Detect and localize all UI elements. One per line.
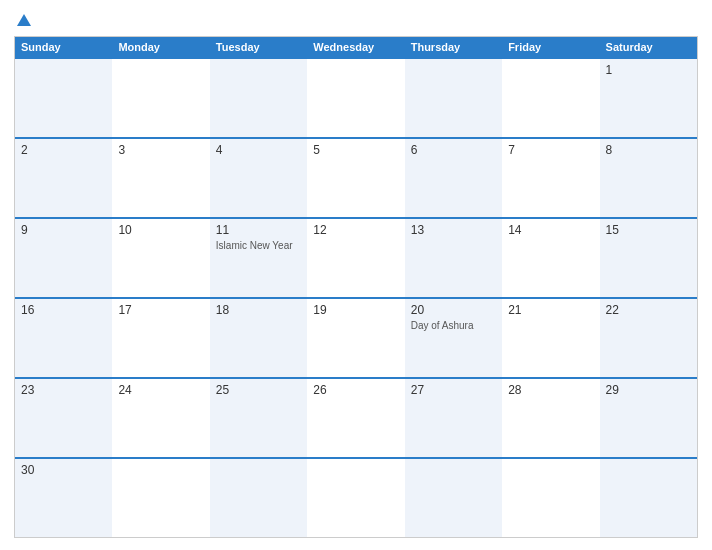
calendar-cell bbox=[502, 59, 599, 137]
calendar-cell: 8 bbox=[600, 139, 697, 217]
day-number: 19 bbox=[313, 303, 398, 317]
calendar-cell: 18 bbox=[210, 299, 307, 377]
calendar-cell bbox=[405, 59, 502, 137]
day-number: 22 bbox=[606, 303, 691, 317]
calendar-cell: 16 bbox=[15, 299, 112, 377]
day-number: 17 bbox=[118, 303, 203, 317]
day-number: 29 bbox=[606, 383, 691, 397]
day-number: 3 bbox=[118, 143, 203, 157]
calendar-cell: 21 bbox=[502, 299, 599, 377]
calendar-cell: 13 bbox=[405, 219, 502, 297]
calendar-cell: 11Islamic New Year bbox=[210, 219, 307, 297]
calendar-cell: 29 bbox=[600, 379, 697, 457]
day-number: 18 bbox=[216, 303, 301, 317]
calendar-cell: 2 bbox=[15, 139, 112, 217]
day-number: 27 bbox=[411, 383, 496, 397]
day-number: 9 bbox=[21, 223, 106, 237]
day-number: 6 bbox=[411, 143, 496, 157]
day-number: 10 bbox=[118, 223, 203, 237]
calendar-cell: 19 bbox=[307, 299, 404, 377]
day-number: 28 bbox=[508, 383, 593, 397]
calendar-week-4: 1617181920Day of Ashura2122 bbox=[15, 297, 697, 377]
day-number: 12 bbox=[313, 223, 398, 237]
calendar-cell: 24 bbox=[112, 379, 209, 457]
calendar-cell: 25 bbox=[210, 379, 307, 457]
day-number: 23 bbox=[21, 383, 106, 397]
day-number: 25 bbox=[216, 383, 301, 397]
calendar-cell: 3 bbox=[112, 139, 209, 217]
calendar-cell bbox=[405, 459, 502, 537]
day-header-thursday: Thursday bbox=[405, 37, 502, 57]
header bbox=[14, 12, 698, 30]
day-number: 4 bbox=[216, 143, 301, 157]
calendar-page: SundayMondayTuesdayWednesdayThursdayFrid… bbox=[0, 0, 712, 550]
day-number: 13 bbox=[411, 223, 496, 237]
day-number: 14 bbox=[508, 223, 593, 237]
calendar-week-6: 30 bbox=[15, 457, 697, 537]
day-header-friday: Friday bbox=[502, 37, 599, 57]
day-number: 8 bbox=[606, 143, 691, 157]
holiday-label: Islamic New Year bbox=[216, 239, 301, 252]
calendar-cell: 6 bbox=[405, 139, 502, 217]
calendar-cell: 14 bbox=[502, 219, 599, 297]
calendar-cell: 15 bbox=[600, 219, 697, 297]
day-number: 7 bbox=[508, 143, 593, 157]
calendar-cell bbox=[15, 59, 112, 137]
calendar-cell bbox=[307, 59, 404, 137]
calendar-cell: 4 bbox=[210, 139, 307, 217]
calendar-cell bbox=[112, 459, 209, 537]
calendar-cell: 10 bbox=[112, 219, 209, 297]
calendar-cell: 17 bbox=[112, 299, 209, 377]
calendar-cell: 22 bbox=[600, 299, 697, 377]
day-number: 30 bbox=[21, 463, 106, 477]
calendar-cell: 28 bbox=[502, 379, 599, 457]
day-header-tuesday: Tuesday bbox=[210, 37, 307, 57]
logo bbox=[14, 12, 33, 30]
day-number: 11 bbox=[216, 223, 301, 237]
calendar-week-5: 23242526272829 bbox=[15, 377, 697, 457]
calendar-cell: 12 bbox=[307, 219, 404, 297]
day-header-sunday: Sunday bbox=[15, 37, 112, 57]
calendar-cell bbox=[112, 59, 209, 137]
calendar-cell bbox=[307, 459, 404, 537]
svg-marker-0 bbox=[17, 14, 31, 26]
day-number: 20 bbox=[411, 303, 496, 317]
day-number: 16 bbox=[21, 303, 106, 317]
calendar-cell bbox=[600, 459, 697, 537]
calendar-body: 1234567891011Islamic New Year12131415161… bbox=[15, 57, 697, 537]
day-number: 2 bbox=[21, 143, 106, 157]
calendar-cell bbox=[210, 459, 307, 537]
calendar-cell: 30 bbox=[15, 459, 112, 537]
day-number: 15 bbox=[606, 223, 691, 237]
calendar-cell: 1 bbox=[600, 59, 697, 137]
logo-icon bbox=[15, 12, 33, 30]
day-number: 1 bbox=[606, 63, 691, 77]
holiday-label: Day of Ashura bbox=[411, 319, 496, 332]
calendar-cell: 27 bbox=[405, 379, 502, 457]
day-number: 21 bbox=[508, 303, 593, 317]
calendar-cell: 5 bbox=[307, 139, 404, 217]
day-header-monday: Monday bbox=[112, 37, 209, 57]
calendar-cell: 23 bbox=[15, 379, 112, 457]
calendar-grid: SundayMondayTuesdayWednesdayThursdayFrid… bbox=[14, 36, 698, 538]
day-number: 24 bbox=[118, 383, 203, 397]
calendar-week-2: 2345678 bbox=[15, 137, 697, 217]
calendar-cell bbox=[210, 59, 307, 137]
calendar-week-1: 1 bbox=[15, 57, 697, 137]
calendar-cell: 26 bbox=[307, 379, 404, 457]
day-number: 26 bbox=[313, 383, 398, 397]
calendar-cell: 20Day of Ashura bbox=[405, 299, 502, 377]
calendar-cell: 9 bbox=[15, 219, 112, 297]
day-header-wednesday: Wednesday bbox=[307, 37, 404, 57]
calendar-week-3: 91011Islamic New Year12131415 bbox=[15, 217, 697, 297]
day-number: 5 bbox=[313, 143, 398, 157]
day-header-saturday: Saturday bbox=[600, 37, 697, 57]
calendar-cell: 7 bbox=[502, 139, 599, 217]
calendar-cell bbox=[502, 459, 599, 537]
calendar-header-row: SundayMondayTuesdayWednesdayThursdayFrid… bbox=[15, 37, 697, 57]
